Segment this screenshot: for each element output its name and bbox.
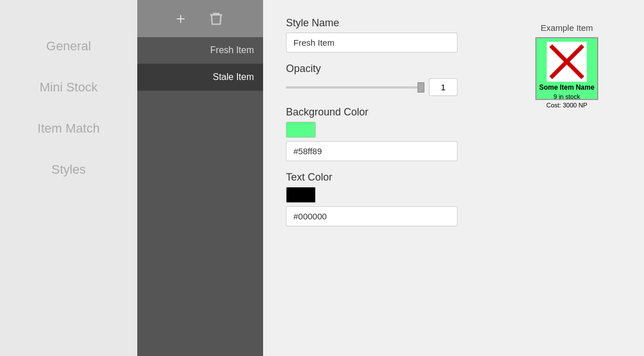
bg-color-input[interactable] [286, 141, 458, 161]
content-row: Style Name Opacity Background Color Text… [286, 17, 621, 226]
sidebar-item-mini-stock[interactable]: Mini Stock [0, 75, 137, 99]
example-panel: Example Item Some Item Name 9 in stock C… [535, 23, 598, 100]
example-item-name: Some Item Name [539, 83, 595, 93]
main-content: Style Name Opacity Background Color Text… [263, 0, 644, 356]
opacity-row [286, 78, 458, 96]
example-item-box: Some Item Name 9 in stock Cost: 3000 NP [535, 37, 598, 100]
delete-style-button[interactable] [208, 11, 224, 27]
example-item-stock: 9 in stock [539, 93, 595, 101]
sidebar-item-styles[interactable]: Styles [0, 158, 137, 182]
example-item-cost: Cost: 3000 NP [539, 101, 595, 110]
style-item-fresh[interactable]: Fresh Item [137, 37, 263, 64]
opacity-label: Opacity [286, 63, 458, 75]
style-name-section: Style Name [286, 17, 458, 53]
text-color-input[interactable] [286, 206, 458, 226]
example-item-text: Some Item Name 9 in stock Cost: 3000 NP [539, 83, 595, 110]
style-list: Fresh Item Stale Item [137, 37, 263, 91]
sidebar-item-item-match[interactable]: Item Match [0, 117, 137, 141]
text-color-section: Text Color [286, 171, 458, 226]
example-label: Example Item [540, 23, 593, 33]
add-style-button[interactable]: + [176, 10, 185, 28]
style-item-stale[interactable]: Stale Item [137, 64, 263, 91]
style-name-input[interactable] [286, 33, 458, 53]
x-icon [547, 42, 587, 82]
opacity-input[interactable] [429, 78, 458, 96]
text-color-label: Text Color [286, 171, 458, 183]
toolbar: + [137, 0, 263, 37]
bg-color-label: Background Color [286, 106, 458, 118]
sidebar: General Mini Stock Item Match Styles [0, 0, 137, 356]
trash-icon [208, 11, 224, 27]
form-fields: Style Name Opacity Background Color Text… [286, 17, 458, 226]
sidebar-item-general[interactable]: General [0, 34, 137, 58]
opacity-section: Opacity [286, 63, 458, 96]
bg-color-swatch[interactable] [286, 122, 316, 138]
opacity-slider[interactable] [286, 86, 424, 89]
style-name-label: Style Name [286, 17, 458, 29]
text-color-swatch[interactable] [286, 187, 316, 203]
bg-color-section: Background Color [286, 106, 458, 161]
middle-panel: + Fresh Item Stale Item [137, 0, 263, 356]
